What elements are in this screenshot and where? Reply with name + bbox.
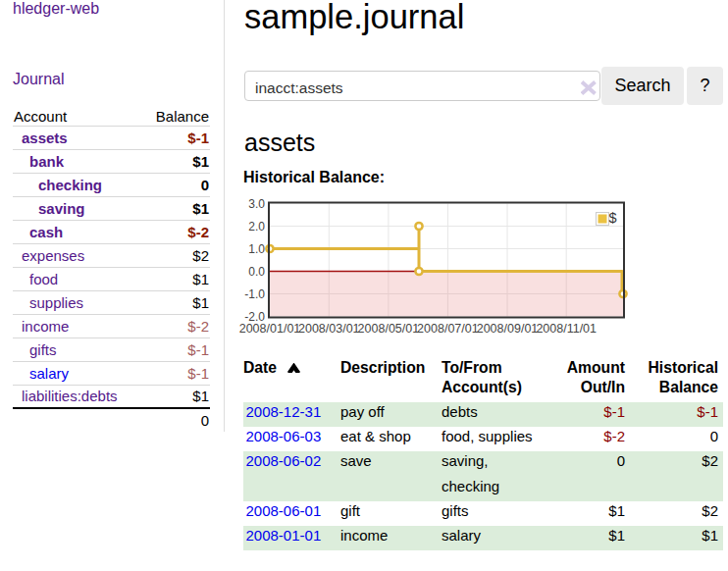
svg-text:-1.0: -1.0	[244, 287, 265, 301]
svg-text:3.0: 3.0	[248, 197, 265, 211]
svg-text:2008/11/01: 2008/11/01	[536, 322, 597, 336]
svg-text:2008/05/01: 2008/05/01	[358, 322, 420, 336]
svg-text:0.0: 0.0	[248, 265, 265, 279]
svg-text:1.0: 1.0	[248, 242, 265, 256]
svg-text:2.0: 2.0	[248, 220, 265, 234]
svg-text:2008/01/01: 2008/01/01	[239, 322, 301, 336]
svg-text:$: $	[609, 210, 617, 226]
svg-text:2008/07/01: 2008/07/01	[417, 322, 479, 336]
svg-text:2008/03/01: 2008/03/01	[298, 322, 360, 336]
svg-text:2008/09/01: 2008/09/01	[477, 322, 539, 336]
